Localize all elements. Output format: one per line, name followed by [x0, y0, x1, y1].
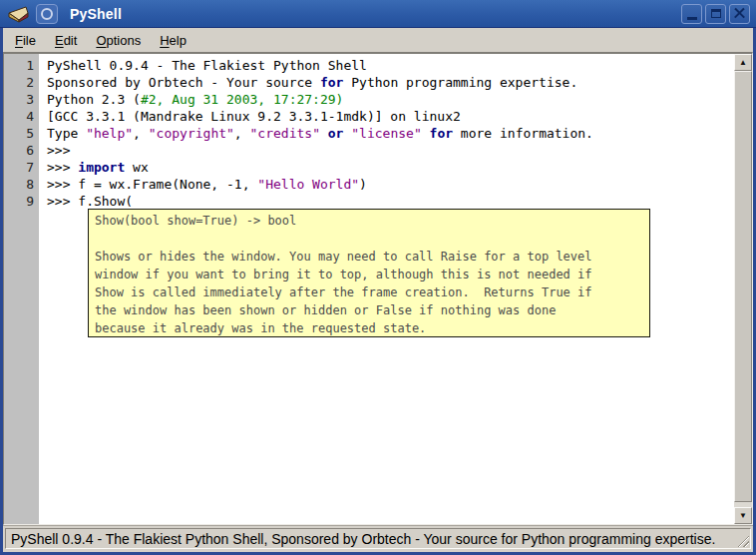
menu-item-file[interactable]: File — [7, 31, 44, 50]
minimize-icon — [687, 17, 697, 20]
calltip-line — [95, 230, 643, 248]
pyshell-window: PyShell FileEditOptionsHelp 1PyShell 0.9… — [0, 0, 756, 555]
pie-slice-icon — [8, 5, 30, 23]
window-title: PyShell — [70, 6, 678, 22]
calltip-line: window if you want to bring it to top, a… — [95, 266, 643, 283]
status-text: PyShell 0.9.4 - The Flakiest Python Shel… — [11, 531, 715, 547]
shell-line: 3Python 2.3 (#2, Aug 31 2003, 17:27:29) — [4, 91, 734, 108]
calltip-line: Show(bool show=True) -> bool — [95, 212, 643, 230]
line-number: 1 — [4, 57, 39, 74]
calltip-line: Shows or hides the window. You may need … — [95, 248, 643, 266]
shell-line: 4[GCC 3.3.1 (Mandrake Linux 9.2 3.3.1-1m… — [4, 108, 734, 125]
line-number: 7 — [4, 159, 39, 176]
calltip-line: Show is called immediately after the fra… — [95, 283, 643, 301]
scroll-down-icon: ▼ — [739, 512, 747, 520]
menu-bar: FileEditOptionsHelp — [3, 28, 753, 52]
shell-line-text: Python 2.3 (#2, Aug 31 2003, 17:27:29) — [39, 91, 343, 108]
shell-line-text: [GCC 3.3.1 (Mandrake Linux 9.2 3.3.1-1md… — [39, 108, 461, 125]
line-number: 8 — [4, 176, 39, 193]
calltip-line: because it already was in the requested … — [95, 319, 643, 337]
line-number: 9 — [4, 193, 39, 210]
calltip-text: Show(bool show=True) -> boolShows or hid… — [95, 212, 643, 337]
shell-line: 6>>> — [4, 142, 734, 159]
status-bar: PyShell 0.9.4 - The Flakiest Python Shel… — [3, 525, 753, 552]
shell-line: 8>>> f = wx.Frame(None, -1, "Hello World… — [4, 176, 734, 193]
line-number: 4 — [4, 108, 39, 125]
shell-line: 1PyShell 0.9.4 - The Flakiest Python She… — [4, 57, 734, 74]
shell-line: 9>>> f.Show( — [4, 193, 734, 210]
shell-line: 5Type "help", "copyright", "credits" or … — [4, 125, 734, 142]
calltip-line: the window has been shown or hidden or F… — [95, 301, 643, 319]
circle-icon — [41, 8, 53, 20]
scroll-up-button[interactable]: ▲ — [734, 54, 752, 71]
shell-line: 7>>> import wx — [4, 159, 734, 176]
shell-line-text: >>> f.Show( — [39, 193, 133, 210]
shell-line-text: Type "help", "copyright", "credits" or "… — [39, 125, 593, 142]
scrollbar-thumb[interactable] — [734, 71, 752, 502]
menu-item-edit[interactable]: Edit — [47, 31, 85, 50]
scroll-down-button[interactable]: ▼ — [734, 507, 752, 524]
close-button[interactable] — [729, 4, 750, 24]
status-field: PyShell 0.9.4 - The Flakiest Python Shel… — [5, 528, 751, 549]
scroll-up-icon: ▲ — [739, 59, 747, 67]
calltip-popup: Show(bool show=True) -> boolShows or hid… — [88, 209, 650, 337]
shell-line-text: PyShell 0.9.4 - The Flakiest Python Shel… — [39, 57, 367, 74]
shell-client-area: 1PyShell 0.9.4 - The Flakiest Python She… — [3, 52, 753, 525]
resize-grip-icon[interactable] — [736, 534, 749, 547]
shell-line-text: >>> — [39, 142, 78, 159]
shell-line-text: >>> f = wx.Frame(None, -1, "Hello World"… — [39, 176, 367, 193]
shell-line: 2Sponsored by Orbtech - Your source for … — [4, 74, 734, 91]
window-menu-button[interactable] — [36, 4, 58, 24]
line-number: 2 — [4, 74, 39, 91]
menu-item-help[interactable]: Help — [152, 31, 194, 50]
shell-line-text: Sponsored by Orbtech - Your source for P… — [39, 74, 577, 91]
menu-item-options[interactable]: Options — [88, 31, 149, 50]
maximize-button[interactable] — [705, 4, 726, 24]
shell-line-text: >>> import wx — [39, 159, 149, 176]
line-number: 3 — [4, 91, 39, 108]
title-bar: PyShell — [0, 0, 756, 28]
close-icon — [734, 8, 745, 19]
line-number: 6 — [4, 142, 39, 159]
line-number: 5 — [4, 125, 39, 142]
minimize-button[interactable] — [681, 4, 702, 24]
maximize-icon — [711, 9, 721, 18]
vertical-scrollbar[interactable]: ▲ ▼ — [734, 54, 752, 524]
